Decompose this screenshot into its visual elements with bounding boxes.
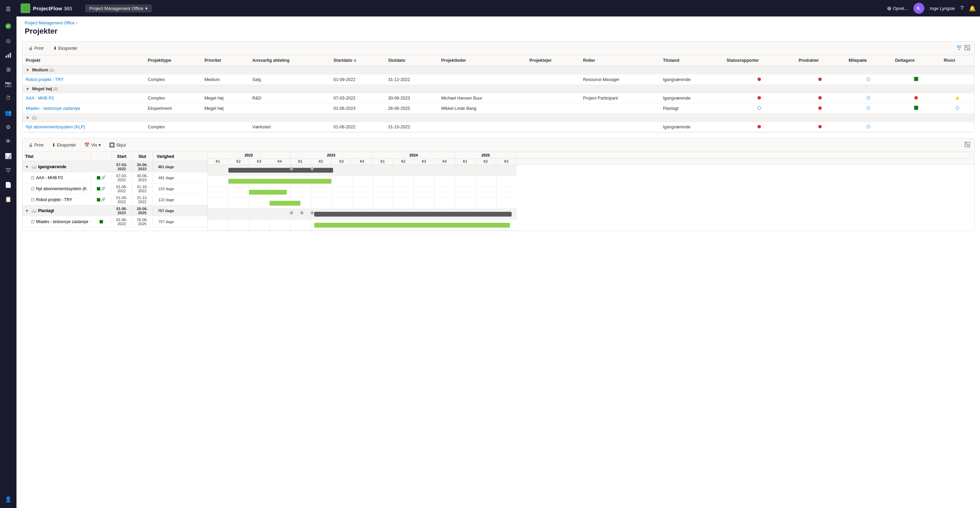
gantt-vis-label: Vis [91, 143, 97, 148]
export-button[interactable]: ⬇ Eksportér [51, 44, 80, 52]
cell-produkter [795, 103, 845, 114]
col-ejer[interactable]: Projektejer [526, 55, 580, 66]
content-area: Project Management Office › Projekter 🖨 … [16, 16, 980, 508]
cell-tilstand: Planlagt [660, 103, 723, 114]
group-expand-medium[interactable]: ▼ [26, 68, 30, 72]
avatar[interactable]: IL [913, 3, 924, 14]
cell-ejer [526, 103, 580, 114]
group-count-medium: (1) [49, 68, 54, 72]
col-deltagere[interactable]: Deltagere [892, 55, 940, 66]
cell-statusrapporter [723, 122, 795, 132]
eye-icon[interactable]: 👁 [2, 135, 14, 148]
table-row: AAA - MHB P2 Complex Meget høj R&D 07-03… [22, 94, 974, 103]
gantt-header-indicators [91, 152, 111, 161]
col-roller[interactable]: Roller [580, 55, 660, 66]
group-row-unnamed: ▼ (1) [22, 114, 974, 122]
logo-icon: 🌿 [21, 3, 30, 13]
col-slutdato[interactable]: Slutdato [385, 55, 438, 66]
projects-table: Projekt Projekttype Prioritet Ansvarlig … [22, 55, 974, 132]
filter-nav-icon[interactable] [2, 164, 14, 176]
col-afdeling[interactable]: Ansvarlig afdeling [249, 55, 330, 66]
col-projekt[interactable]: Projekt [22, 55, 145, 66]
col-statusrapporter[interactable]: Statusrapporter [723, 55, 795, 66]
gantt-cell-title-mladev: 📋 Mladev - testovoye zadaniye [22, 219, 91, 224]
cell-prioritet: Meget høj [201, 94, 248, 103]
status-sq-green4 [100, 220, 103, 224]
gantt-start-aaa: 07-03-2022 [111, 174, 132, 182]
col-projekttype[interactable]: Projekttype [145, 55, 201, 66]
col-milepæle[interactable]: Milepæle [845, 55, 891, 66]
col-produkter[interactable]: Produkter [795, 55, 845, 66]
cell-ejer [526, 94, 580, 103]
toolbar-right-actions [956, 45, 970, 51]
group-expand-megethøj[interactable]: ▼ [26, 87, 30, 91]
people-icon[interactable]: 👥 [2, 106, 14, 119]
cell-leder: Michael Hansen Buur [438, 94, 526, 103]
cell-roller [580, 103, 660, 114]
gantt-cell-title-aaa: 📋 AAA - MHB P2 [22, 175, 91, 180]
group-expand-unnamed[interactable]: ▼ [26, 116, 30, 120]
cell-slutdato: 31-12-2022 [385, 75, 438, 85]
breadcrumb[interactable]: Project Management Office › [25, 21, 972, 25]
cell-statusrapporter [723, 75, 795, 85]
chart-bar-icon[interactable] [2, 49, 14, 61]
gantt-expand-icon[interactable] [964, 142, 970, 148]
gantt-chart-group-planlagt [208, 209, 517, 220]
clock-icon[interactable]: ⏱ [2, 92, 14, 104]
users-nav-icon[interactable]: 👤 [2, 493, 14, 505]
gantt-q4-2022: K4 [270, 159, 290, 164]
print-button[interactable]: 🖨 Print [26, 44, 46, 52]
camera-icon[interactable]: 📷 [2, 78, 14, 90]
col-tilstand[interactable]: Tilstand [660, 55, 723, 66]
gantt-export-label: Eksportér [57, 143, 76, 148]
gantt-q2-2024: K2 [393, 159, 414, 164]
gantt-chart-row-aaa [208, 176, 517, 187]
filter-icon[interactable] [956, 45, 962, 51]
cell-risici [940, 75, 974, 85]
hamburger-menu-icon[interactable]: ☰ [2, 3, 14, 15]
col-startdato[interactable]: Startdato ⇅ [330, 55, 385, 66]
gantt-skjul-button[interactable]: 🔲 Skjul [107, 141, 128, 149]
gantt-row-mladev: 📋 Mladev - testovoye zadaniye 01-06-2023… [22, 216, 207, 227]
gantt-slut-nyt: 31-10-2022 [132, 185, 153, 193]
gantt-group-expand-igangvaerende[interactable]: ▼ [25, 165, 29, 169]
gantt-start-nyt: 01-06-2022 [111, 185, 132, 193]
help-icon[interactable]: ? [961, 5, 964, 11]
gantt-vis-button[interactable]: 📅 Vis ▾ [82, 141, 103, 149]
document2-icon[interactable]: 📋 [2, 193, 14, 205]
notifications-icon[interactable]: 🔔 [969, 5, 976, 12]
project-link-robot[interactable]: Robot projekt - TRY [26, 77, 64, 82]
col-risici[interactable]: Risici [940, 55, 974, 66]
gantt-quarter-row: K1 K2 K3 K4 K1 K2 K3 K4 K1 K2 K3 K4 [208, 159, 974, 164]
cell-projekttype: Complex [145, 122, 201, 132]
gantt-toolbar-right [964, 142, 970, 148]
home-icon[interactable] [2, 20, 14, 32]
settings-icon[interactable]: ⚙ [2, 121, 14, 133]
gantt-chart-row-nyt [208, 187, 517, 198]
app-name: ProjectFlow 365 [33, 5, 72, 11]
gantt-group-expand-planlagt[interactable]: ▼ [25, 209, 29, 213]
table-row: Nyt abonnementssystem (KLP) Complex Værk… [22, 122, 974, 132]
cell-risici [940, 122, 974, 132]
gantt-print-button[interactable]: 🖨 Print [26, 141, 46, 149]
cell-projekttype: Complex [145, 94, 201, 103]
cell-risici [940, 103, 974, 114]
cell-deltagere [892, 122, 940, 132]
project-link-nyt[interactable]: Nyt abonnementssystem (KLP) [26, 125, 85, 129]
col-leder[interactable]: Projektleder [438, 55, 526, 66]
project-link-aaa[interactable]: AAA - MHB P2 [26, 96, 54, 100]
document-icon[interactable]: 📄 [2, 178, 14, 191]
group-count-megethøj: (2) [53, 87, 58, 91]
grid-icon[interactable]: ⊞ [2, 63, 14, 76]
gantt-export-icon: ⬇ [52, 143, 56, 148]
create-button[interactable]: ⊕ Opret... [887, 5, 908, 12]
expand-table-icon[interactable] [964, 45, 970, 51]
target-icon[interactable]: ◎ [2, 34, 14, 47]
site-breadcrumb[interactable]: Project Management Office ▾ [85, 5, 152, 12]
gantt-export-button[interactable]: ⬇ Eksportér [50, 141, 78, 149]
report-icon[interactable]: 📊 [2, 150, 14, 162]
svg-rect-7 [968, 145, 970, 147]
gantt-group-row-igangvaerende: ▼ 📖 Igangværende 07-03-2022 30-06-2023 4… [22, 161, 207, 172]
col-prioritet[interactable]: Prioritet [201, 55, 248, 66]
project-link-mladev[interactable]: Mladev - testovoye zadaniye [26, 106, 80, 111]
